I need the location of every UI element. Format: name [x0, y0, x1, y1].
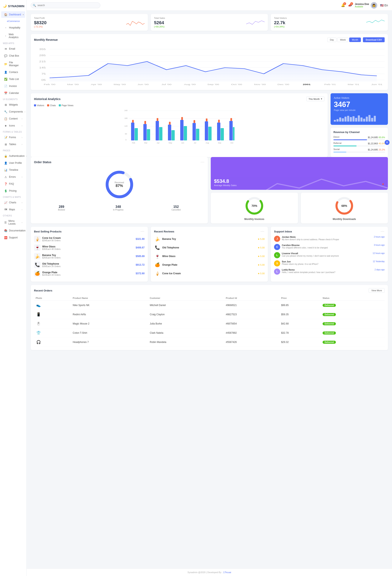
sidebar-label-tables: Tables: [9, 143, 16, 146]
notifications-button[interactable]: 🔔 5: [341, 3, 345, 7]
rc-referral-name: Referral: [333, 142, 341, 145]
rc-referral-pct: 45.6%: [379, 142, 385, 145]
review-item: 🍦 Cone Ice Cream ★ 5.00: [154, 270, 265, 277]
download-csv-button[interactable]: Download CSV: [363, 37, 385, 42]
stat-inprogress-lbl: In Progress: [113, 209, 124, 211]
sidebar-item-chat-box[interactable]: 💬 Chat Box: [1, 53, 25, 59]
sidebar-item-maps[interactable]: 🗺 Maps ›: [1, 206, 25, 213]
svg-text:Jun '01: Jun '01: [371, 84, 383, 86]
calendar-icon: 📅: [4, 91, 7, 95]
sidebar-item-hospitality[interactable]: + Hospitality: [1, 24, 25, 31]
order-donut-wrap: Received 87%: [34, 166, 205, 203]
cell-status: Delivered: [321, 328, 385, 338]
avatar[interactable]: 👩: [371, 2, 377, 9]
best-selling-title: Best Selling Products: [34, 230, 61, 233]
sidebar-item-forms[interactable]: 📝 Forms ›: [1, 134, 25, 141]
sidebar-item-components[interactable]: 🔧 Components ›: [1, 109, 25, 115]
tab-week[interactable]: Week: [337, 37, 348, 42]
order-thumb: 📱: [36, 312, 41, 317]
rc-referral-amount-pct: $1,22,863 45.6%: [368, 142, 385, 145]
status-badge: Delivered: [323, 341, 336, 344]
analytics-card: Historical Analytics This Month ▾ Visito…: [31, 93, 328, 157]
review-stars: ★ 5.00: [258, 264, 265, 266]
sidebar-item-dashboard[interactable]: 🏠 Dashboard ▾: [1, 11, 25, 18]
sidebar-item-contacts[interactable]: 👤 Contacs: [1, 69, 25, 75]
sidebar-item-calendar[interactable]: 📅 Calendar: [1, 90, 25, 96]
sidebar-item-file-manager[interactable]: 📁 File Manager: [1, 59, 25, 68]
product-info: Orange Plate $22/Each 34 Orders: [42, 271, 61, 276]
cell-price: $99.85: [280, 301, 321, 310]
sidebar-item-invoice[interactable]: 📄 Invoice: [1, 83, 25, 89]
invoices-donut: 70%: [244, 196, 265, 216]
product-info: Old Telephone $39/Each 26 Orders: [42, 262, 61, 267]
svg-rect-60: [221, 128, 224, 141]
chevron-right-icon9: ›: [22, 208, 22, 211]
sidebar-item-icons[interactable]: ★ Icons ›: [1, 122, 25, 129]
legend-chats-dot: [47, 104, 49, 106]
analytics-bar-chart: 240 180 120 60 0: [34, 109, 324, 145]
visitors-label: Total Visitors: [274, 17, 287, 19]
sidebar-item-email[interactable]: ✉ Email: [1, 46, 25, 52]
sidebar-item-charts[interactable]: 📈 Charts ›: [1, 199, 25, 206]
cell-id: #5587426: [224, 338, 280, 347]
svg-text:Aug: Aug: [206, 142, 209, 144]
product-price: $372.60: [136, 272, 145, 275]
notifications-badge: 5: [343, 2, 346, 5]
cell-customer: Julia Burke: [148, 319, 224, 328]
revenue-section: Monthly Revenue Day Week Month Download …: [31, 34, 388, 90]
warning-icon: ⚠: [4, 175, 7, 178]
review-item: 🍊 Orange Plate ★ 5.00: [154, 261, 265, 268]
sidebar-label-icons: Icons: [9, 124, 15, 127]
svg-text:285: 285: [39, 54, 46, 57]
sidebar-item-timeline[interactable]: 📊 Timeline: [1, 167, 25, 173]
rc-social-bar-fill: [333, 152, 346, 152]
tab-month[interactable]: Month: [349, 37, 361, 42]
sidebar-item-content[interactable]: 📋 Content ›: [1, 115, 25, 122]
sidebar-item-ecommerce[interactable]: eCommerce: [1, 18, 25, 24]
rc-direct-bar-fill: [333, 139, 367, 140]
rc-social-name: Social: [333, 148, 340, 151]
sidebar-item-authentication[interactable]: 🔒 Authentication ›: [1, 153, 25, 159]
view-more-button[interactable]: View More: [369, 288, 385, 293]
svg-rect-41: [143, 124, 147, 141]
sidebar-item-menu-levels[interactable]: ☰ Menu Levels ›: [1, 218, 25, 227]
status-badge: Delivered: [323, 331, 336, 335]
svg-text:Jun '00: Jun '00: [137, 84, 149, 86]
web-apps-section-label: WEB APPS: [0, 41, 26, 45]
sidebar-item-support[interactable]: 🆘 Support: [1, 234, 25, 241]
sidebar-item-widgets[interactable]: ⊞ Widgets: [1, 101, 25, 108]
timeline-icon: 📊: [4, 168, 7, 172]
sidebar-label-todo: Todo List: [9, 78, 19, 81]
cell-customer: Craig Clayton: [148, 310, 224, 319]
sidebar-item-errors[interactable]: ⚠ Errors ›: [1, 174, 25, 180]
order-status-menu[interactable]: ···: [201, 160, 205, 164]
analytics-filter[interactable]: This Month ▾: [306, 97, 324, 101]
sidebar-item-pricing[interactable]: 💲 Pricing: [1, 188, 25, 194]
stat-card-visitors: Total Visitors 22.7k (+54.34%): [271, 14, 388, 31]
sales-change: (+68.26%): [154, 26, 165, 28]
sidebar-item-tables[interactable]: ⊞ Tables ›: [1, 141, 25, 147]
recent-reviews-menu[interactable]: ···: [261, 230, 265, 233]
review-stars: ★ 5.00: [258, 238, 265, 240]
profit-change: (-72.1%): [34, 26, 47, 28]
sidebar-item-faq[interactable]: ❓ FAQ: [1, 181, 25, 187]
av-bar: [337, 119, 339, 121]
gear-icon[interactable]: ⚙: [385, 140, 390, 145]
rc-row-direct: Direct $1,24,685 65.6%: [333, 136, 385, 140]
search-input[interactable]: [31, 2, 100, 8]
sidebar-item-user-profile[interactable]: 👤 User Profile: [1, 160, 25, 166]
sidebar-item-documentation[interactable]: 📚 Documentation: [1, 227, 25, 234]
sidebar-item-web-analytics[interactable]: + Web Analytics: [1, 31, 25, 40]
sidebar-item-todo[interactable]: ✅ Todo List: [1, 76, 25, 82]
order-thumb: 👕: [36, 330, 41, 336]
cell-photo: 🎧: [34, 338, 71, 347]
product-item: 🍷 Wine Glass $30/Each 48 Orders $406.67: [34, 244, 145, 251]
tab-day[interactable]: Day: [327, 37, 337, 42]
donut-received-label: Received: [115, 181, 124, 184]
svg-rect-62: [229, 121, 233, 141]
footer-link[interactable]: 17hcuai: [223, 571, 231, 574]
language-button[interactable]: 🇺🇸 En: [380, 4, 388, 7]
alerts-button[interactable]: 📣 3: [348, 3, 352, 7]
support-inbox-menu[interactable]: ···: [381, 230, 385, 233]
best-selling-menu[interactable]: ···: [141, 230, 145, 233]
